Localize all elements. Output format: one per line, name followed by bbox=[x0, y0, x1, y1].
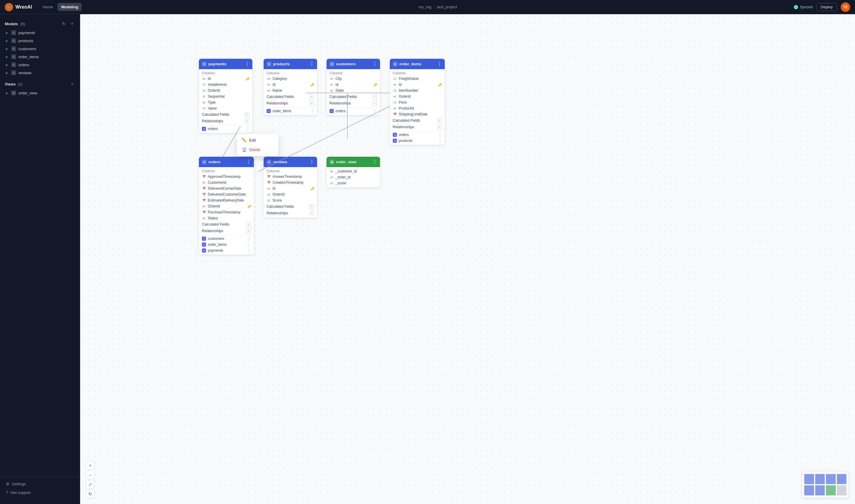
sidebar-item-orders[interactable]: ▶ ⊙ orders bbox=[3, 61, 76, 69]
customers-relationships[interactable]: Relationships + bbox=[326, 100, 380, 107]
model-icon: ⊙ bbox=[11, 30, 16, 35]
nav-home[interactable]: Home bbox=[39, 3, 57, 11]
minimap-block bbox=[837, 474, 847, 484]
models-label: Models (6) bbox=[5, 22, 25, 26]
relation-icon: ⊙ bbox=[267, 109, 271, 113]
customers-card-icon: ⊙ bbox=[329, 62, 334, 67]
deploy-button[interactable]: Deploy bbox=[816, 3, 837, 11]
products-card-menu[interactable]: ⋮ bbox=[309, 61, 314, 67]
chevron-icon: ▶ bbox=[6, 55, 8, 58]
orders-card-menu[interactable]: ⋮ bbox=[246, 159, 251, 165]
reviews-field-orderid: az OrderId bbox=[264, 192, 317, 197]
sidebar-item-payments[interactable]: ▶ ⊙ payments bbox=[3, 29, 76, 36]
zoom-in-button[interactable]: + bbox=[86, 461, 94, 470]
type-icon: az bbox=[202, 100, 206, 105]
refresh-canvas-button[interactable]: ↻ bbox=[86, 490, 94, 498]
relation-menu[interactable]: ⋮ bbox=[438, 133, 442, 137]
order-items-card-menu[interactable]: ⋮ bbox=[437, 61, 442, 67]
reviews-card-menu[interactable]: ⋮ bbox=[309, 159, 314, 165]
sidebar-bottom: ⚙ Settings ? Get support bbox=[0, 477, 80, 499]
relation-menu[interactable]: ⋮ bbox=[246, 127, 249, 131]
reviews-columns-label: Columns bbox=[264, 168, 317, 174]
order-items-columns-label: Columns bbox=[390, 70, 445, 76]
order-view-field-orderid: az _order_id bbox=[326, 174, 380, 180]
fit-view-button[interactable]: ⤢ bbox=[86, 480, 94, 489]
minimap-block bbox=[815, 485, 825, 496]
relation-menu[interactable]: ⋮ bbox=[438, 139, 442, 143]
model-name: products bbox=[18, 39, 33, 43]
order-view-field-score: 12 _score bbox=[326, 180, 380, 186]
reviews-field-id: az Id 🔑 bbox=[264, 185, 317, 192]
sidebar-item-reviews[interactable]: ▶ ⊙ reviews bbox=[3, 69, 76, 76]
customers-relation-orders: ⊙ orders ⋮ bbox=[326, 108, 380, 114]
views-section-header: Views (1) + bbox=[3, 79, 76, 89]
payments-relationships[interactable]: Relationships + bbox=[199, 118, 252, 124]
edit-label: Edit bbox=[249, 138, 255, 143]
reviews-field-answertimestamp: 📅 AnswerTimestamp bbox=[264, 174, 317, 180]
order-view-card-menu[interactable]: ⋮ bbox=[372, 159, 377, 165]
settings-item[interactable]: ⚙ Settings bbox=[3, 480, 76, 488]
key-icon: 🔑 bbox=[310, 83, 314, 86]
relation-menu[interactable]: ⋮ bbox=[247, 249, 251, 253]
order-items-relationships[interactable]: Relationships + bbox=[390, 124, 445, 130]
chevron-icon: ▶ bbox=[6, 71, 8, 74]
order-items-calc-fields[interactable]: Calculated Fields + bbox=[390, 117, 445, 124]
modeling-canvas[interactable]: ⊙ payments ⋮ Columns az Id 🔑 12 Installm… bbox=[80, 14, 855, 504]
zoom-out-button[interactable]: − bbox=[86, 471, 94, 479]
order-items-card-header: ⊙ order_items ⋮ bbox=[390, 59, 445, 69]
delete-menu-item[interactable]: 🗑️ Delete bbox=[237, 145, 279, 154]
orders-field-deliveredcustomerdate: 📅 DeliveredCustomerDate bbox=[199, 192, 254, 197]
add-model-button[interactable]: + bbox=[69, 21, 75, 27]
payments-card: ⊙ payments ⋮ Columns az Id 🔑 12 Installm… bbox=[199, 59, 252, 133]
sidebar-item-customers[interactable]: ▶ ⊙ customers bbox=[3, 45, 76, 53]
products-relationships[interactable]: Relationships + bbox=[264, 100, 317, 107]
refresh-models-button[interactable]: ↻ bbox=[61, 21, 67, 27]
project-selector[interactable]: test_project bbox=[437, 5, 457, 9]
relation-menu[interactable]: ⋮ bbox=[373, 109, 377, 113]
org-selector[interactable]: my_org bbox=[418, 5, 431, 9]
customers-card-menu[interactable]: ⋮ bbox=[372, 61, 377, 67]
nav-modeling[interactable]: Modeling bbox=[58, 3, 82, 11]
type-icon: az bbox=[202, 88, 206, 93]
orders-relationships[interactable]: Relationships + bbox=[199, 228, 254, 234]
relation-menu[interactable]: ⋮ bbox=[310, 109, 314, 113]
app-logo[interactable]: 🐦 WrenAI bbox=[5, 3, 32, 11]
add-view-button[interactable]: + bbox=[69, 81, 75, 87]
payments-card-menu[interactable]: ⋮ bbox=[245, 61, 249, 67]
chevron-icon: ▶ bbox=[6, 47, 8, 51]
relation-menu[interactable]: ⋮ bbox=[247, 242, 251, 247]
payments-field-id: az Id 🔑 bbox=[199, 76, 252, 82]
order-items-card: ⊙ order_items ⋮ Columns 12 FreightValue … bbox=[390, 59, 445, 145]
payments-field-orderid: az OrderId bbox=[199, 88, 252, 93]
context-menu: ✏️ Edit 🗑️ Delete bbox=[237, 133, 279, 156]
payments-calc-fields[interactable]: Calculated Fields + bbox=[199, 111, 252, 118]
nav-links: Home Modeling bbox=[39, 3, 82, 11]
model-name: orders bbox=[18, 62, 30, 67]
orders-columns-label: Columns bbox=[199, 168, 254, 174]
sidebar-item-order_items[interactable]: ▶ ⊙ order_items bbox=[3, 53, 76, 60]
sync-icon: ✓ bbox=[794, 5, 798, 9]
orders-calc-fields[interactable]: Calculated Fields + bbox=[199, 221, 254, 228]
relation-menu[interactable]: ⋮ bbox=[247, 237, 251, 241]
get-support-item[interactable]: ? Get support bbox=[3, 488, 76, 497]
payments-relation-orders: ⊙ orders ⋮ bbox=[199, 126, 252, 132]
order-items-field-shippinglimitdate: 📅 ShippingLimitDate bbox=[390, 111, 445, 117]
reviews-card-body: Columns 📅 AnswerTimestamp 📅 CreationTime… bbox=[264, 167, 317, 218]
order-items-card-title: order_items bbox=[399, 62, 435, 66]
avatar[interactable]: TE bbox=[841, 2, 850, 12]
reviews-relationships[interactable]: Relationships + bbox=[264, 210, 317, 216]
orders-field-customerid: az CustomerId bbox=[199, 180, 254, 185]
key-icon: 🔑 bbox=[246, 77, 249, 80]
products-calc-fields[interactable]: Calculated Fields + bbox=[264, 93, 317, 100]
customers-card-title: customers bbox=[336, 62, 371, 66]
edit-menu-item[interactable]: ✏️ Edit bbox=[237, 136, 279, 145]
customers-card-header: ⊙ customers ⋮ bbox=[326, 59, 380, 69]
edit-icon: ✏️ bbox=[242, 138, 247, 143]
sidebar-item-products[interactable]: ▶ ⊙ products bbox=[3, 37, 76, 44]
reviews-calc-fields[interactable]: Calculated Fields + bbox=[264, 203, 317, 210]
sidebar-item-order_view[interactable]: ▶ ⊟ order_view bbox=[3, 89, 76, 97]
products-card-icon: ⊙ bbox=[267, 62, 271, 67]
customers-calc-fields[interactable]: Calculated Fields + bbox=[326, 93, 380, 100]
expand-icon: + bbox=[372, 94, 377, 99]
expand-icon: + bbox=[246, 222, 251, 227]
